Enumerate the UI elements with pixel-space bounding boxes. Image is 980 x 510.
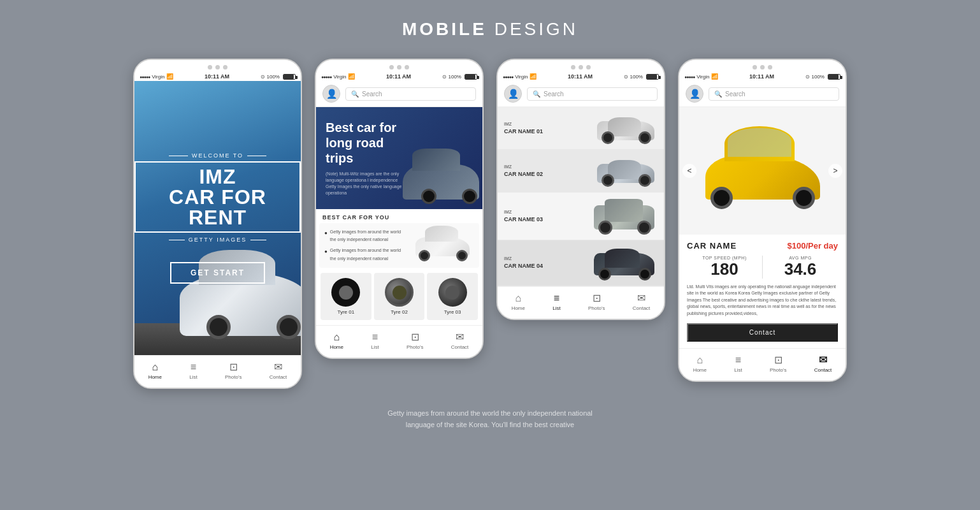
phone4-search-bar: 👤 🔍 Search — [679, 81, 846, 107]
list-icon: ≡ — [372, 332, 378, 343]
list-icon: ≡ — [735, 354, 741, 366]
signal-icon: ●●●●● — [321, 75, 331, 79]
phone2-hero-title: Best car for long road trips — [326, 120, 408, 166]
avatar: 👤 — [686, 85, 703, 103]
contact-icon: ✉ — [274, 361, 282, 373]
phone-4-detail: ●●●●● Virgin 📶 10:11 AM ⊙ 100% 👤 🔍 Searc… — [678, 59, 847, 382]
phone4-top-bar — [679, 60, 846, 72]
contact-button[interactable]: Contact — [687, 323, 838, 342]
search-input[interactable]: 🔍 Search — [527, 87, 658, 101]
tyre-section: Tyre 01 Tyre 02 Tyre 03 — [317, 268, 481, 325]
phones-container: ●●●●● Virgin 📶 10:11 AM ⊙ 100% WELC — [133, 59, 847, 389]
car-image-2 — [548, 155, 658, 187]
phone4-bottom-nav: ⌂ Home ≡ List ⊡ Photo's ✉ Contact — [679, 348, 846, 381]
nav-list[interactable]: ≡ List — [552, 293, 560, 311]
home-icon: ⌂ — [333, 332, 340, 343]
car-image-3 — [548, 198, 658, 235]
phone2-top-bar — [316, 60, 482, 72]
search-icon: 🔍 — [533, 91, 540, 98]
nav-photos[interactable]: ⊡ Photo's — [407, 331, 423, 350]
car-label-1: IMZ CAR NAME 01 — [504, 121, 543, 135]
top-speed-value: 180 — [687, 260, 762, 279]
phone4-status-bar: ●●●●● Virgin 📶 10:11 AM ⊙ 100% — [679, 72, 846, 81]
tyre-item-2: Tyre 02 — [374, 273, 425, 320]
nav-contact[interactable]: ✉ Contact — [270, 361, 287, 380]
phone2-hero-car — [400, 155, 482, 206]
contact-icon: ✉ — [637, 292, 645, 304]
nav-home[interactable]: ⌂ Home — [330, 332, 343, 350]
phone2-hero-banner: Best car for long road trips (Note) Mult… — [316, 107, 482, 209]
phone-3-list: ●●●●● Virgin 📶 10:11 AM ⊙ 100% 👤 🔍 Searc… — [496, 59, 665, 320]
phone-1-welcome: ●●●●● Virgin 📶 10:11 AM ⊙ 100% WELC — [133, 59, 302, 389]
battery-icon — [283, 74, 296, 80]
car-label-2: IMZ CAR NAME 02 — [504, 164, 543, 178]
search-input[interactable]: 🔍 Search — [345, 87, 476, 101]
wifi-icon: 📶 — [711, 73, 718, 80]
wifi-icon: 📶 — [348, 73, 355, 80]
yellow-car-illustration — [699, 133, 826, 209]
phone1-hero: WELCOME TO IMZ CAR FOR RENT GETTY IMAGES… — [134, 81, 301, 355]
home-icon: ⌂ — [152, 361, 158, 373]
search-icon: 🔍 — [714, 91, 722, 98]
home-icon: ⌂ — [696, 354, 703, 366]
phone2-bottom-nav: ⌂ Home ≡ List ⊡ Photo's ✉ Contact — [316, 325, 482, 358]
tyre-item-3: Tyre 03 — [427, 273, 478, 320]
signal-icon: ●●●●● — [503, 75, 513, 79]
battery-icon — [646, 74, 659, 80]
carrier-label: Virgin — [152, 74, 164, 80]
nav-contact[interactable]: ✉ Contact — [814, 354, 832, 373]
phone1-brand-title: IMZ CAR FOR RENT — [134, 161, 301, 233]
nav-photos[interactable]: ⊡ Photo's — [225, 361, 241, 380]
nav-photos[interactable]: ⊡ Photo's — [588, 292, 605, 311]
phone1-bottom-nav: ⌂ Home ≡ List ⊡ Photo's ✉ Contact — [134, 355, 301, 388]
best-car-label: BEST CAR FOR YOU — [316, 209, 482, 223]
phone1-overlay: WELCOME TO IMZ CAR FOR RENT GETTY IMAGES… — [134, 81, 301, 355]
next-arrow[interactable]: > — [828, 164, 842, 178]
list-item[interactable]: IMZ CAR NAME 01 — [498, 107, 664, 150]
nav-list[interactable]: ≡ List — [371, 332, 378, 350]
contact-icon: ✉ — [456, 331, 464, 343]
list-icon: ≡ — [191, 361, 196, 373]
avatar: 👤 — [504, 85, 522, 103]
list-icon: ≡ — [554, 293, 559, 304]
phone3-status-bar: ●●●●● Virgin 📶 10:11 AM ⊙ 100% — [498, 72, 664, 81]
avg-mpg-block: AVG MPG 34.6 — [763, 256, 838, 279]
car-price: $100/Per day — [787, 241, 838, 251]
battery-icon — [465, 74, 477, 80]
car-image-4 — [548, 245, 658, 280]
list-item[interactable]: IMZ CAR NAME 03 — [498, 193, 664, 240]
nav-home[interactable]: ⌂ Home — [693, 354, 707, 373]
battery-label: 100% — [267, 74, 280, 80]
phone-2-home: ●●●●● Virgin 📶 10:11 AM ⊙ 100% 👤 🔍 Searc… — [315, 59, 484, 359]
avatar: 👤 — [322, 85, 340, 103]
car-list: IMZ CAR NAME 01 IMZ CAR NAME 02 — [498, 107, 664, 286]
prev-arrow[interactable]: < — [682, 164, 696, 178]
nav-home[interactable]: ⌂ Home — [512, 293, 525, 311]
carrier-label: Virgin — [333, 74, 346, 80]
page-title: MOBILE DESIGN — [402, 19, 578, 40]
best-car-image — [410, 226, 474, 265]
search-input[interactable]: 🔍 Search — [709, 87, 839, 101]
list-item[interactable]: IMZ CAR NAME 04 — [498, 240, 664, 286]
car-image-1 — [548, 112, 658, 144]
time-label: 10:11 AM — [205, 73, 229, 80]
best-car-bullets: ● Getty images from around the world the… — [324, 228, 405, 263]
nav-list[interactable]: ≡ List — [189, 361, 197, 380]
photo-icon: ⊡ — [774, 354, 782, 366]
top-speed-block: TOP SPEED (MPH) 180 — [687, 256, 763, 279]
phone1-status-bar: ●●●●● Virgin 📶 10:11 AM ⊙ 100% — [134, 72, 301, 81]
nav-home[interactable]: ⌂ Home — [148, 361, 162, 380]
get-start-button[interactable]: GET START — [170, 262, 265, 284]
phone1-tagline: GETTY IMAGES — [169, 237, 266, 243]
nav-list[interactable]: ≡ List — [734, 354, 742, 373]
list-item[interactable]: IMZ CAR NAME 02 — [498, 150, 664, 193]
car-label-3: IMZ CAR NAME 03 — [504, 209, 543, 223]
nav-photos[interactable]: ⊡ Photo's — [770, 354, 786, 373]
nav-contact[interactable]: ✉ Contact — [633, 292, 651, 311]
signal-icon: ●●●●● — [684, 75, 695, 79]
photo-icon: ⊡ — [593, 292, 601, 304]
phone4-detail-hero: < > — [679, 107, 846, 235]
nav-contact[interactable]: ✉ Contact — [451, 331, 469, 350]
footer: Getty images from around the world the o… — [387, 408, 593, 430]
signal-icon: ●●●●● — [140, 75, 150, 79]
